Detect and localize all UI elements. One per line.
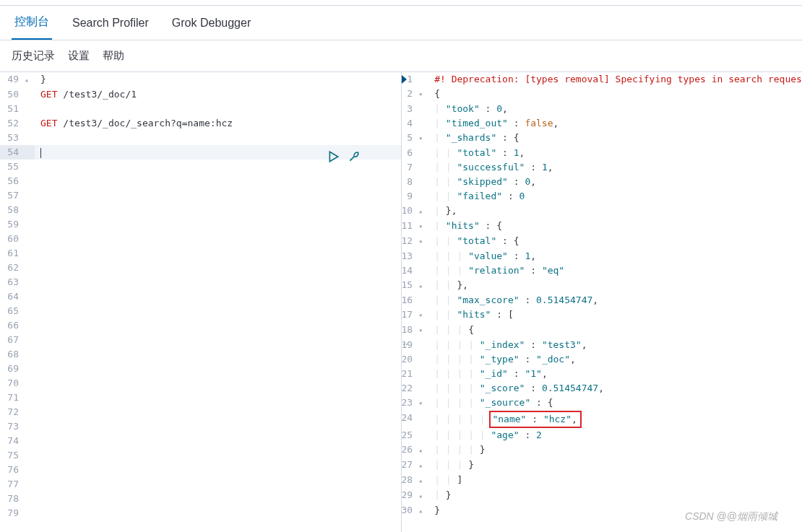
code-line[interactable]: | | | "relation" : "eq" <box>428 263 802 278</box>
gutter-line-number: 60 <box>0 232 35 246</box>
code-line[interactable] <box>35 174 401 188</box>
code-line[interactable] <box>35 492 401 506</box>
tab-grok-debugger[interactable]: Grok Debugger <box>169 8 254 40</box>
code-line[interactable] <box>35 131 401 145</box>
code-line[interactable] <box>35 246 401 261</box>
code-line[interactable] <box>35 448 401 463</box>
code-line[interactable] <box>35 261 401 275</box>
code-line[interactable]: | | "total" : { <box>428 234 802 249</box>
code-line[interactable]: GET /test3/_doc/_search?q=name:hcz <box>35 116 401 131</box>
code-line[interactable]: { <box>428 87 802 102</box>
code-line[interactable]: | | "successful" : 1, <box>428 160 802 175</box>
submenu-help[interactable]: 帮助 <box>103 49 124 63</box>
code-line[interactable] <box>35 506 401 520</box>
code-line[interactable]: | | | | "_id" : "1", <box>428 367 802 381</box>
code-line[interactable]: | | | | "_score" : 0.51454747, <box>428 381 802 396</box>
code-line[interactable]: | | | | } <box>428 442 802 458</box>
gutter-line-number: 18▾ <box>402 323 429 338</box>
code-line[interactable]: | | | } <box>428 458 802 473</box>
gutter-line-number: 79 <box>0 506 35 520</box>
gutter-line-number: 69 <box>0 362 35 376</box>
code-line[interactable] <box>35 289 401 304</box>
code-line[interactable]: } <box>35 72 401 87</box>
gutter-line-number: 26▴ <box>402 442 429 458</box>
code-line[interactable] <box>35 391 401 405</box>
code-line[interactable]: | | | | "_index" : "test3", <box>428 338 802 352</box>
code-line[interactable]: | | "hits" : [ <box>428 308 802 323</box>
watermark-text: CSDN @@烟雨倾城ゝ <box>685 510 788 523</box>
submenu-settings[interactable]: 设置 <box>68 49 90 63</box>
tab-search-profiler[interactable]: Search Profiler <box>69 8 152 40</box>
gutter-line-number: 22 <box>402 381 429 396</box>
gutter-line-number: 5▾ <box>402 131 429 146</box>
gutter-line-number: 28▴ <box>402 473 429 488</box>
code-line[interactable] <box>35 188 401 203</box>
code-line[interactable]: | | | | | "age" : 2 <box>428 428 802 442</box>
code-line[interactable] <box>35 232 401 246</box>
gutter-line-number: 73 <box>0 419 35 434</box>
code-line[interactable]: | | | { <box>428 323 802 338</box>
code-line[interactable] <box>35 434 401 448</box>
play-icon[interactable] <box>327 150 340 163</box>
response-pane[interactable]: ⋮ 1#! Deprecation: [types removal] Speci… <box>402 72 803 532</box>
code-line[interactable]: GET /test3/_doc/1 <box>35 87 401 102</box>
gutter-line-number: 74 <box>0 434 35 448</box>
gutter-line-number: 57 <box>0 188 35 203</box>
code-line[interactable]: | "took" : 0, <box>428 102 802 116</box>
gutter-line-number: 76 <box>0 463 35 477</box>
code-line[interactable]: | | | | "_type" : "_doc", <box>428 352 802 367</box>
code-line[interactable] <box>35 333 401 347</box>
code-line[interactable]: | | }, <box>428 278 802 293</box>
code-line[interactable]: | "timed_out" : false, <box>428 116 802 131</box>
gutter-line-number: 25 <box>402 428 429 442</box>
code-line[interactable]: | | "max_score" : 0.51454747, <box>428 293 802 308</box>
code-line[interactable] <box>35 347 401 362</box>
gutter-line-number: 62 <box>0 261 35 275</box>
wrench-icon[interactable] <box>348 150 361 163</box>
code-line[interactable] <box>35 362 401 376</box>
editor-panes: 49▴}50GET /test3/_doc/15152GET /test3/_d… <box>0 72 802 532</box>
gutter-line-number: 3 <box>402 102 429 116</box>
code-line[interactable]: | | | | "_source" : { <box>428 396 802 411</box>
code-line[interactable]: | | "total" : 1, <box>428 146 802 160</box>
gutter-line-number: 50 <box>0 87 35 102</box>
gutter-line-number: 68 <box>0 347 35 362</box>
svg-marker-0 <box>329 152 337 162</box>
code-line[interactable] <box>35 304 401 318</box>
pane-resize-handle[interactable]: ⋮ <box>402 339 410 349</box>
gutter-line-number: 54 <box>0 145 35 160</box>
gutter-line-number: 20 <box>402 352 429 367</box>
code-line[interactable]: | "hits" : { <box>428 219 802 234</box>
code-line[interactable] <box>35 477 401 492</box>
current-line-arrow-icon <box>402 75 407 84</box>
code-line[interactable]: | | | | | "name" : "hcz", <box>428 411 802 428</box>
gutter-line-number: 66 <box>0 318 35 333</box>
gutter-line-number: 56 <box>0 174 35 188</box>
code-line[interactable] <box>35 275 401 289</box>
code-line[interactable] <box>35 376 401 391</box>
gutter-line-number: 30▴ <box>402 503 429 518</box>
gutter-line-number: 63 <box>0 275 35 289</box>
code-line[interactable]: | | ] <box>428 473 802 488</box>
code-line[interactable] <box>35 463 401 477</box>
code-line[interactable]: | | | "value" : 1, <box>428 249 802 263</box>
code-line[interactable]: #! Deprecation: [types removal] Specifyi… <box>428 72 802 87</box>
code-line[interactable] <box>35 217 401 232</box>
submenu-history[interactable]: 历史记录 <box>12 49 55 63</box>
gutter-line-number: 23▾ <box>402 396 429 411</box>
code-line[interactable] <box>35 102 401 116</box>
code-line[interactable]: | } <box>428 488 802 503</box>
gutter-line-number: 14 <box>402 263 429 278</box>
code-line[interactable] <box>35 203 401 217</box>
code-line[interactable] <box>35 419 401 434</box>
code-line[interactable] <box>35 318 401 333</box>
gutter-line-number: 70 <box>0 376 35 391</box>
code-line[interactable]: | | "failed" : 0 <box>428 189 802 204</box>
code-line[interactable] <box>35 405 401 419</box>
tab-console[interactable]: 控制台 <box>12 6 52 40</box>
code-line[interactable]: | | "skipped" : 0, <box>428 175 802 189</box>
code-line[interactable]: | }, <box>428 204 802 219</box>
request-editor-pane[interactable]: 49▴}50GET /test3/_doc/15152GET /test3/_d… <box>0 72 402 532</box>
code-line[interactable]: | "_shards" : { <box>428 131 802 146</box>
gutter-line-number: 64 <box>0 289 35 304</box>
